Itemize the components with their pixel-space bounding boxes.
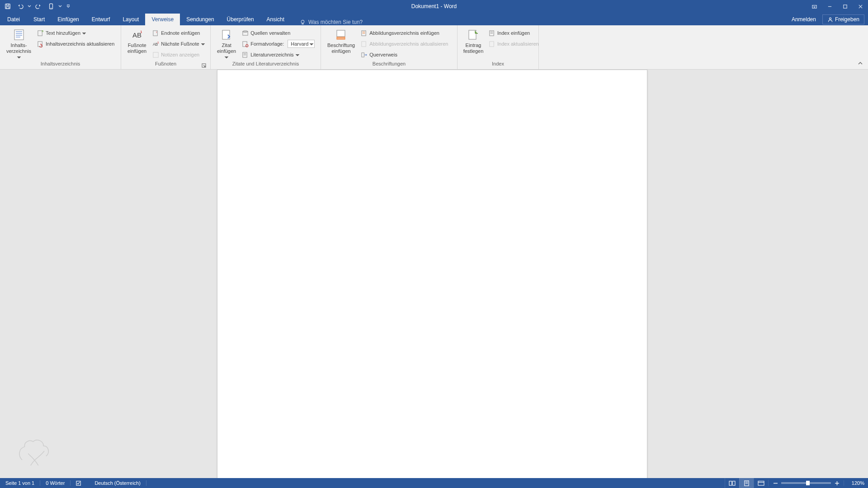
group-citations: Zitat einfügen Quellen verwalten Formatv… (211, 25, 321, 69)
zoom-out-button[interactable] (772, 480, 778, 486)
view-weblayout-button[interactable] (754, 478, 768, 488)
redo-button[interactable] (33, 1, 44, 12)
window-title: Dokument1 - Word (0, 3, 868, 9)
svg-text:1: 1 (140, 30, 142, 34)
undo-button[interactable] (14, 1, 26, 12)
tab-einfuegen[interactable]: Einfügen (51, 14, 85, 25)
citation-style-combo[interactable]: Harvard (288, 40, 315, 48)
document-workspace[interactable] (0, 70, 868, 478)
tell-me-placeholder: Was möchten Sie tun? (308, 19, 363, 25)
tab-ansicht[interactable]: Ansicht (260, 14, 291, 25)
caption-icon (335, 28, 348, 42)
statusbar: Seite 1 von 1 0 Wörter Deutsch (Österrei… (0, 478, 868, 488)
zoom-in-button[interactable] (834, 480, 840, 486)
insert-tof-button[interactable]: Abbildungsverzeichnis einfügen (359, 28, 450, 38)
share-button[interactable]: Freigeben (822, 14, 864, 24)
toc-icon (12, 28, 26, 42)
chevron-down-icon (201, 41, 205, 47)
toc-button[interactable]: Inhalts- verzeichnis (3, 26, 35, 60)
maximize-button[interactable] (837, 1, 853, 12)
tab-verweise[interactable]: Verweise (145, 14, 180, 25)
tab-sendungen[interactable]: Sendungen (180, 14, 220, 25)
svg-rect-49 (489, 41, 493, 46)
insert-index-label: Index einfügen (497, 30, 530, 36)
manage-sources-button[interactable]: Quellen verwalten (240, 28, 316, 38)
tell-me-search[interactable]: Was möchten Sie tun? (291, 19, 363, 25)
svg-rect-23 (153, 30, 157, 35)
mark-entry-label: Eintrag festlegen (463, 42, 484, 54)
insert-endnote-button[interactable]: i Endnote einfügen (150, 28, 206, 38)
insert-footnote-button[interactable]: AB1 Fußnote einfügen (124, 26, 150, 54)
citation-style-value: Harvard (291, 41, 308, 47)
minimize-button[interactable] (822, 1, 837, 12)
crossref-label: Querverweis (369, 52, 397, 57)
toc-label: Inhalts- verzeichnis (6, 42, 31, 54)
insert-index-button[interactable]: Index einfügen (486, 28, 541, 38)
footnote-icon: AB1 (130, 28, 144, 42)
insert-tof-label: Abbildungsverzeichnis einfügen (369, 30, 439, 36)
watermark-icon (14, 436, 52, 469)
chevron-down-icon (17, 54, 21, 60)
next-footnote-icon: AB1 (152, 40, 159, 47)
insert-endnote-label: Endnote einfügen (161, 30, 200, 36)
ribbon-tabstrip: Datei Start Einfügen Entwurf Layout Verw… (0, 13, 868, 25)
status-language[interactable]: Deutsch (Österreich) (89, 480, 146, 486)
svg-point-12 (829, 18, 831, 19)
crossref-button[interactable]: Querverweis (359, 50, 450, 60)
insert-citation-button[interactable]: Zitat einfügen (213, 26, 240, 60)
window-controls (807, 1, 868, 12)
zoom-slider[interactable] (781, 482, 831, 484)
tab-entwurf[interactable]: Entwurf (85, 14, 117, 25)
tab-file[interactable]: Datei (0, 14, 27, 25)
save-button[interactable] (2, 1, 14, 12)
svg-rect-51 (729, 481, 732, 485)
view-printlayout-button[interactable] (739, 478, 754, 488)
touch-mode-button[interactable] (45, 1, 57, 12)
svg-rect-18 (38, 30, 42, 35)
update-toc-button[interactable]: Inhaltsverzeichnis aktualisieren (35, 39, 116, 49)
quick-access-toolbar (0, 1, 71, 12)
tab-layout[interactable]: Layout (116, 14, 145, 25)
next-footnote-button[interactable]: AB1 Nächste Fußnote (150, 39, 206, 49)
bibliography-label: Literaturverzeichnis (250, 52, 293, 57)
view-readmode-button[interactable] (725, 478, 739, 488)
proofing-icon (76, 480, 82, 486)
add-text-button[interactable]: Text hinzufügen (35, 28, 116, 38)
insert-caption-button[interactable]: Beschriftung einfügen (324, 26, 359, 54)
group-captions-label: Beschriftungen (324, 61, 454, 69)
crossref-icon (360, 51, 368, 58)
document-page[interactable] (217, 70, 647, 478)
bibliography-icon (241, 51, 249, 58)
zoom-level[interactable]: 120% (844, 480, 864, 486)
close-button[interactable] (853, 1, 868, 12)
insert-citation-label: Zitat einfügen (217, 42, 236, 54)
manage-sources-label: Quellen verwalten (250, 30, 290, 36)
endnote-icon: i (152, 29, 159, 37)
ribbon-options-button[interactable] (807, 1, 822, 12)
insert-footnote-label: Fußnote einfügen (127, 42, 146, 54)
svg-rect-27 (153, 52, 158, 57)
bibliography-button[interactable]: Literaturverzeichnis (240, 50, 316, 60)
customize-qat-icon[interactable] (66, 5, 71, 8)
chevron-down-icon (296, 52, 299, 57)
status-page[interactable]: Seite 1 von 1 (0, 480, 40, 486)
style-label: Formatvorlage: (250, 41, 284, 47)
collapse-ribbon-button[interactable] (856, 59, 864, 67)
status-proofing[interactable] (71, 480, 89, 486)
tab-start[interactable]: Start (27, 14, 51, 25)
chevron-down-icon (310, 41, 313, 47)
undo-split-icon[interactable] (27, 5, 32, 8)
signin-link[interactable]: Anmelden (787, 14, 821, 25)
footnotes-dialog-launcher[interactable] (201, 63, 207, 69)
group-index-label: Index (460, 61, 536, 69)
mark-entry-button[interactable]: Eintrag festlegen (460, 26, 486, 54)
svg-point-11 (301, 20, 304, 23)
status-wordcount[interactable]: 0 Wörter (40, 480, 71, 486)
update-index-button: Index aktualisieren (486, 39, 541, 49)
tab-ueberpruefen[interactable]: Überprüfen (221, 14, 260, 25)
zoom-thumb[interactable] (806, 481, 810, 485)
update-tof-icon (360, 40, 368, 47)
group-captions: Beschriftung einfügen Abbildungsverzeich… (321, 25, 458, 69)
show-notes-icon (152, 51, 159, 58)
touch-mode-split-icon[interactable] (58, 5, 62, 8)
